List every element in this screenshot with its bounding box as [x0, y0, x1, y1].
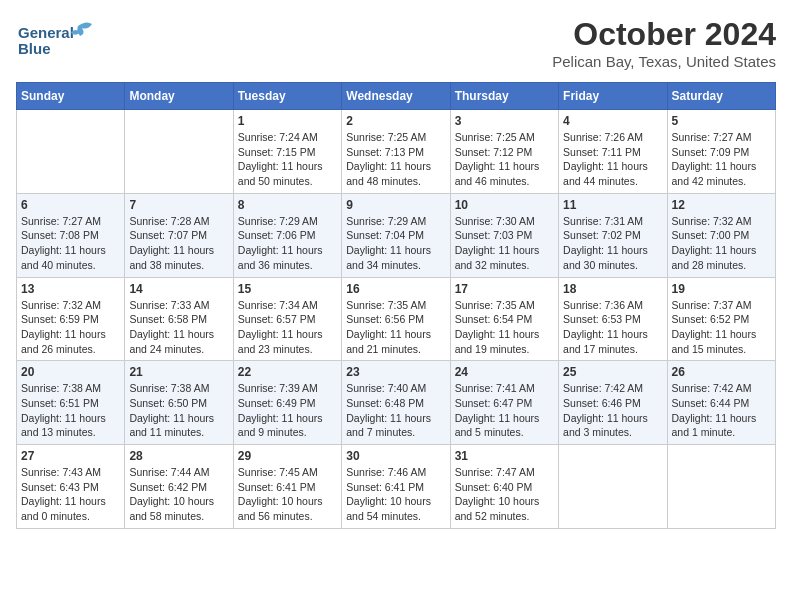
cell-line: Daylight: 11 hours and 24 minutes.: [129, 327, 228, 356]
cell-line: Sunset: 7:11 PM: [563, 145, 662, 160]
cell-line: Daylight: 10 hours and 58 minutes.: [129, 494, 228, 523]
cell-info: Sunrise: 7:33 AMSunset: 6:58 PMDaylight:…: [129, 298, 228, 357]
calendar-cell: [17, 110, 125, 194]
cell-line: Daylight: 11 hours and 36 minutes.: [238, 243, 337, 272]
calendar-cell: 13Sunrise: 7:32 AMSunset: 6:59 PMDayligh…: [17, 277, 125, 361]
calendar-cell: 1Sunrise: 7:24 AMSunset: 7:15 PMDaylight…: [233, 110, 341, 194]
cell-line: Sunrise: 7:39 AM: [238, 381, 337, 396]
calendar-cell: 14Sunrise: 7:33 AMSunset: 6:58 PMDayligh…: [125, 277, 233, 361]
cell-info: Sunrise: 7:26 AMSunset: 7:11 PMDaylight:…: [563, 130, 662, 189]
calendar-cell: 11Sunrise: 7:31 AMSunset: 7:02 PMDayligh…: [559, 193, 667, 277]
cell-line: Daylight: 11 hours and 34 minutes.: [346, 243, 445, 272]
cell-line: Sunset: 6:49 PM: [238, 396, 337, 411]
day-number: 20: [21, 365, 120, 379]
cell-line: Sunset: 6:48 PM: [346, 396, 445, 411]
cell-line: Sunset: 6:41 PM: [346, 480, 445, 495]
main-title: October 2024: [552, 16, 776, 53]
day-number: 8: [238, 198, 337, 212]
cell-line: Daylight: 11 hours and 38 minutes.: [129, 243, 228, 272]
cell-info: Sunrise: 7:41 AMSunset: 6:47 PMDaylight:…: [455, 381, 554, 440]
col-header-thursday: Thursday: [450, 83, 558, 110]
cell-info: Sunrise: 7:39 AMSunset: 6:49 PMDaylight:…: [238, 381, 337, 440]
cell-line: Daylight: 11 hours and 15 minutes.: [672, 327, 771, 356]
calendar-cell: 24Sunrise: 7:41 AMSunset: 6:47 PMDayligh…: [450, 361, 558, 445]
day-number: 7: [129, 198, 228, 212]
calendar-cell: [125, 110, 233, 194]
cell-line: Sunset: 6:50 PM: [129, 396, 228, 411]
cell-line: Sunset: 7:12 PM: [455, 145, 554, 160]
cell-line: Daylight: 11 hours and 1 minute.: [672, 411, 771, 440]
calendar-cell: 10Sunrise: 7:30 AMSunset: 7:03 PMDayligh…: [450, 193, 558, 277]
cell-line: Daylight: 11 hours and 23 minutes.: [238, 327, 337, 356]
calendar-cell: 26Sunrise: 7:42 AMSunset: 6:44 PMDayligh…: [667, 361, 775, 445]
calendar-week-row: 6Sunrise: 7:27 AMSunset: 7:08 PMDaylight…: [17, 193, 776, 277]
cell-info: Sunrise: 7:43 AMSunset: 6:43 PMDaylight:…: [21, 465, 120, 524]
day-number: 17: [455, 282, 554, 296]
title-area: October 2024 Pelican Bay, Texas, United …: [552, 16, 776, 70]
calendar-cell: 12Sunrise: 7:32 AMSunset: 7:00 PMDayligh…: [667, 193, 775, 277]
calendar-cell: 31Sunrise: 7:47 AMSunset: 6:40 PMDayligh…: [450, 445, 558, 529]
cell-line: Sunrise: 7:27 AM: [672, 130, 771, 145]
day-number: 4: [563, 114, 662, 128]
col-header-sunday: Sunday: [17, 83, 125, 110]
calendar-cell: 27Sunrise: 7:43 AMSunset: 6:43 PMDayligh…: [17, 445, 125, 529]
calendar-cell: 4Sunrise: 7:26 AMSunset: 7:11 PMDaylight…: [559, 110, 667, 194]
cell-info: Sunrise: 7:29 AMSunset: 7:04 PMDaylight:…: [346, 214, 445, 273]
cell-line: Sunrise: 7:38 AM: [129, 381, 228, 396]
cell-line: Daylight: 10 hours and 56 minutes.: [238, 494, 337, 523]
day-number: 2: [346, 114, 445, 128]
cell-info: Sunrise: 7:35 AMSunset: 6:54 PMDaylight:…: [455, 298, 554, 357]
cell-line: Daylight: 11 hours and 50 minutes.: [238, 159, 337, 188]
calendar-cell: 6Sunrise: 7:27 AMSunset: 7:08 PMDaylight…: [17, 193, 125, 277]
cell-line: Sunset: 7:00 PM: [672, 228, 771, 243]
col-header-wednesday: Wednesday: [342, 83, 450, 110]
cell-line: Daylight: 11 hours and 5 minutes.: [455, 411, 554, 440]
day-number: 27: [21, 449, 120, 463]
svg-text:General: General: [18, 24, 74, 41]
cell-line: Sunrise: 7:29 AM: [346, 214, 445, 229]
cell-line: Sunrise: 7:30 AM: [455, 214, 554, 229]
day-number: 28: [129, 449, 228, 463]
cell-line: Sunrise: 7:42 AM: [672, 381, 771, 396]
day-number: 9: [346, 198, 445, 212]
day-number: 30: [346, 449, 445, 463]
cell-line: Sunset: 6:42 PM: [129, 480, 228, 495]
col-header-monday: Monday: [125, 83, 233, 110]
cell-line: Sunrise: 7:32 AM: [21, 298, 120, 313]
cell-line: Daylight: 11 hours and 17 minutes.: [563, 327, 662, 356]
calendar-week-row: 27Sunrise: 7:43 AMSunset: 6:43 PMDayligh…: [17, 445, 776, 529]
cell-info: Sunrise: 7:46 AMSunset: 6:41 PMDaylight:…: [346, 465, 445, 524]
cell-line: Sunset: 7:06 PM: [238, 228, 337, 243]
cell-line: Sunrise: 7:24 AM: [238, 130, 337, 145]
cell-info: Sunrise: 7:35 AMSunset: 6:56 PMDaylight:…: [346, 298, 445, 357]
day-number: 5: [672, 114, 771, 128]
cell-line: Sunrise: 7:31 AM: [563, 214, 662, 229]
cell-line: Daylight: 11 hours and 19 minutes.: [455, 327, 554, 356]
calendar-cell: 28Sunrise: 7:44 AMSunset: 6:42 PMDayligh…: [125, 445, 233, 529]
calendar-cell: 8Sunrise: 7:29 AMSunset: 7:06 PMDaylight…: [233, 193, 341, 277]
cell-info: Sunrise: 7:32 AMSunset: 6:59 PMDaylight:…: [21, 298, 120, 357]
day-number: 10: [455, 198, 554, 212]
day-number: 1: [238, 114, 337, 128]
col-header-saturday: Saturday: [667, 83, 775, 110]
cell-line: Daylight: 11 hours and 46 minutes.: [455, 159, 554, 188]
cell-line: Sunrise: 7:37 AM: [672, 298, 771, 313]
cell-line: Sunrise: 7:46 AM: [346, 465, 445, 480]
cell-info: Sunrise: 7:30 AMSunset: 7:03 PMDaylight:…: [455, 214, 554, 273]
cell-line: Daylight: 11 hours and 28 minutes.: [672, 243, 771, 272]
cell-line: Sunrise: 7:32 AM: [672, 214, 771, 229]
cell-line: Sunset: 6:47 PM: [455, 396, 554, 411]
calendar-cell: 5Sunrise: 7:27 AMSunset: 7:09 PMDaylight…: [667, 110, 775, 194]
cell-info: Sunrise: 7:42 AMSunset: 6:46 PMDaylight:…: [563, 381, 662, 440]
cell-info: Sunrise: 7:29 AMSunset: 7:06 PMDaylight:…: [238, 214, 337, 273]
subtitle: Pelican Bay, Texas, United States: [552, 53, 776, 70]
cell-line: Daylight: 11 hours and 48 minutes.: [346, 159, 445, 188]
cell-info: Sunrise: 7:36 AMSunset: 6:53 PMDaylight:…: [563, 298, 662, 357]
cell-line: Sunrise: 7:43 AM: [21, 465, 120, 480]
cell-info: Sunrise: 7:44 AMSunset: 6:42 PMDaylight:…: [129, 465, 228, 524]
day-number: 24: [455, 365, 554, 379]
calendar-cell: [667, 445, 775, 529]
cell-info: Sunrise: 7:32 AMSunset: 7:00 PMDaylight:…: [672, 214, 771, 273]
day-number: 18: [563, 282, 662, 296]
calendar-cell: 9Sunrise: 7:29 AMSunset: 7:04 PMDaylight…: [342, 193, 450, 277]
